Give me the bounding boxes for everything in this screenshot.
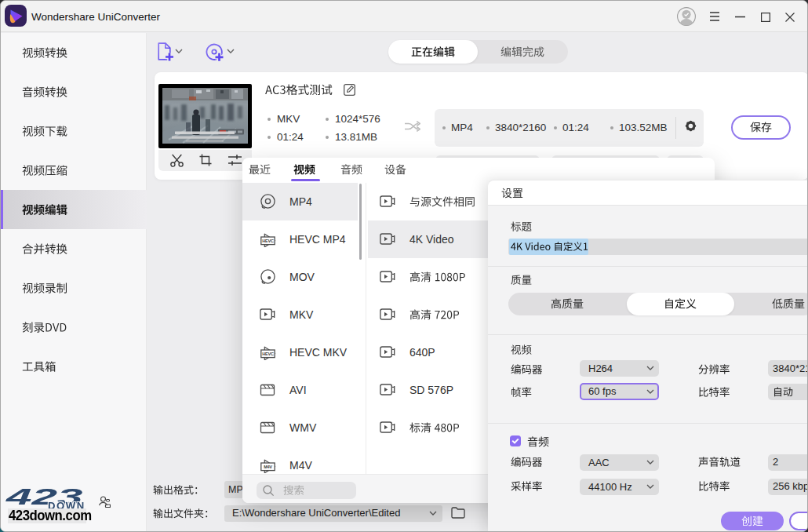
svg-text:HEVC: HEVC [262, 239, 274, 243]
svg-text:M4V: M4V [264, 465, 272, 469]
svg-text:HEVC: HEVC [262, 352, 274, 356]
